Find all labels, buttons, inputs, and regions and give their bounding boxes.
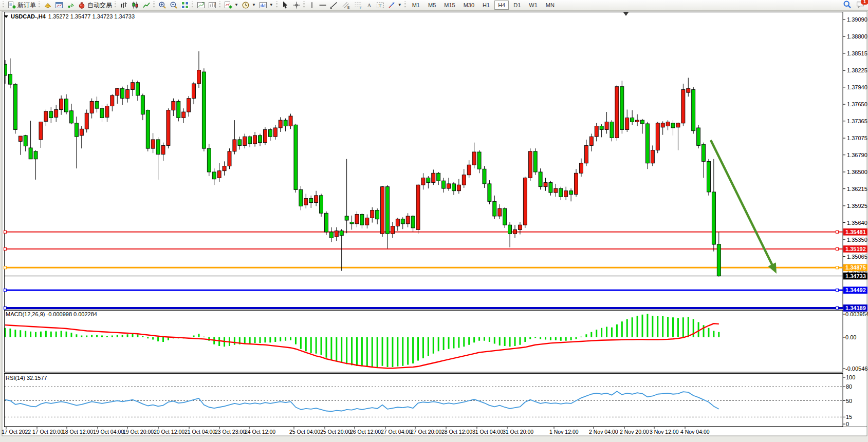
svg-text:A: A <box>367 3 371 8</box>
toolbar-grip <box>39 2 40 9</box>
date-tick-label: 23 Oct 23:00 <box>215 429 246 435</box>
chevron-down-icon[interactable]: ▼ <box>398 3 402 7</box>
svg-text:1.35192: 1.35192 <box>845 246 866 252</box>
toolbar-button-label: 新订单 <box>17 1 36 10</box>
zoom-in-button[interactable] <box>157 1 168 10</box>
chart-window-button[interactable] <box>53 1 65 10</box>
toolbar-group <box>275 0 302 10</box>
date-tick-label: 28 Oct 12:00 <box>441 429 472 435</box>
channel-button[interactable]: E <box>340 1 352 10</box>
date-tick-label: 17 Oct 2022 <box>2 429 31 435</box>
price-badge-1.34492: 1.34492 <box>843 286 867 294</box>
text-button[interactable]: A <box>364 1 375 10</box>
symbol-dropdown-icon[interactable] <box>4 15 8 18</box>
toolbar-group <box>152 0 191 10</box>
price-tick-label: 1.35350 <box>847 237 867 243</box>
channel-icon: E <box>341 1 350 9</box>
hline-icon <box>319 1 327 9</box>
zoom-out-button[interactable] <box>168 1 179 10</box>
price-tick-label: 1.36215 <box>847 186 867 192</box>
vline-button[interactable] <box>307 1 317 10</box>
price-badge-1.34733: 1.34733 <box>843 273 867 280</box>
line-chart-button[interactable] <box>141 1 152 10</box>
track-chart-button[interactable] <box>207 1 218 10</box>
tf-w1-button[interactable]: W1 <box>525 1 541 10</box>
tf-m15-button[interactable]: M15 <box>440 1 458 10</box>
trendline-button[interactable] <box>328 1 340 10</box>
arrange-icon <box>197 1 205 9</box>
chevron-down-icon[interactable]: ▼ <box>252 3 256 7</box>
indicators-icon <box>224 1 232 9</box>
date-tick-label: 2 Nov 04:00 <box>589 429 618 435</box>
vline-icon <box>308 1 316 9</box>
toolbar-group: M1M5M15M30H1H4D1W1MN <box>403 0 559 10</box>
line-chart-icon <box>142 1 151 9</box>
hline-button[interactable] <box>317 1 328 10</box>
new-order-button[interactable]: 新订单 <box>6 1 38 10</box>
date-tick-label: 26 Oct 12:00 <box>350 429 381 435</box>
crosshair-button[interactable] <box>291 1 302 10</box>
auto-arrange-button[interactable] <box>195 1 207 10</box>
arrows-button[interactable]: ▼ <box>386 1 403 10</box>
svg-text:1.34492: 1.34492 <box>845 287 866 293</box>
chevron-down-icon[interactable]: ▼ <box>234 3 238 7</box>
tf-h1-button[interactable]: H1 <box>479 1 493 10</box>
tile-windows-button[interactable] <box>179 1 191 10</box>
price-tick-label: 1.36500 <box>847 169 867 175</box>
toolbar-group: ▼▼▼ <box>218 0 275 10</box>
bar-chart-button[interactable] <box>118 1 130 10</box>
candle-chart-button[interactable] <box>130 1 141 10</box>
templates-button[interactable]: ▼ <box>257 1 275 10</box>
toolbar-grip <box>3 2 4 9</box>
price-tick-label: 1.38515 <box>847 50 867 56</box>
profiles-button[interactable] <box>42 1 53 10</box>
date-tick-label: 3 Nov 12:00 <box>650 429 679 435</box>
price-tick-label: 1.35640 <box>847 220 867 226</box>
date-tick-label: 27 Oct 04:00 <box>381 429 412 435</box>
tf-h4-button[interactable]: H4 <box>494 1 509 10</box>
periods-button[interactable]: ▼ <box>240 1 257 10</box>
svg-text:1.34875: 1.34875 <box>845 264 866 271</box>
price-tick-label: 1.38225 <box>847 67 867 73</box>
toolbar-group: EFAT▼ <box>302 0 403 10</box>
label-button[interactable]: T <box>375 1 386 10</box>
price-tick-label: 1.35925 <box>847 203 867 209</box>
price-badge-1.34875: 1.34875 <box>843 264 867 272</box>
cursor-button[interactable] <box>280 1 291 10</box>
tf-d1-button[interactable]: D1 <box>510 1 524 10</box>
track-icon <box>208 1 216 9</box>
chevron-down-icon[interactable]: ▼ <box>269 3 273 7</box>
search-icon <box>843 2 852 10</box>
toolbar-group <box>114 0 152 10</box>
autotrade-button[interactable]: 自动交易 <box>76 1 114 10</box>
profile-icon <box>44 1 52 9</box>
chat-button[interactable]: 1 <box>856 0 865 11</box>
cursor-icon <box>281 1 289 9</box>
toolbar-grip <box>276 2 278 9</box>
symbol-period: USDCAD-,H4 <box>11 13 46 20</box>
tile-windows-icon <box>181 1 189 9</box>
date-tick-label: 25 Oct 20:00 <box>320 429 351 435</box>
indicators-button[interactable]: ▼ <box>223 1 240 10</box>
fibonacci-button[interactable]: F <box>352 1 364 10</box>
toolbar-group: 新订单 <box>2 0 38 10</box>
macd-tick-label: -0.005464 <box>845 366 868 372</box>
chart-canvas[interactable]: 1.390901.388001.385151.382251.379401.376… <box>0 0 868 442</box>
price-tick-label: 1.37940 <box>847 84 867 90</box>
price-badge-1.35192: 1.35192 <box>843 245 867 253</box>
search-button[interactable] <box>843 0 852 11</box>
tf-m1-button[interactable]: M1 <box>409 1 423 10</box>
text-icon: A <box>366 1 373 9</box>
price-badge-1.34189: 1.34189 <box>843 304 867 312</box>
tf-mn-button[interactable]: MN <box>542 1 558 10</box>
price-tick-label: 1.39090 <box>847 16 867 23</box>
tf-m5-button[interactable]: M5 <box>424 1 439 10</box>
tf-m30-button[interactable]: M30 <box>460 1 478 10</box>
svg-text:F: F <box>360 6 362 10</box>
price-tick-label: 1.37650 <box>847 101 867 107</box>
toolbar-button-label: 自动交易 <box>87 1 112 10</box>
chart-window-icon <box>55 1 63 9</box>
signals-button[interactable] <box>65 1 76 10</box>
bar-chart-icon <box>120 1 128 9</box>
hline-1.34189[interactable] <box>4 306 843 309</box>
